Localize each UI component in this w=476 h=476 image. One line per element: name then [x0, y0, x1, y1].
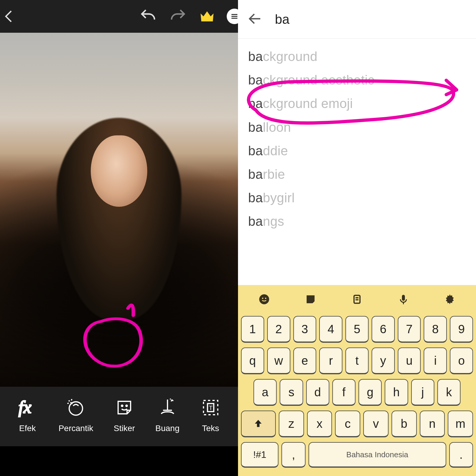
- key-period[interactable]: .: [449, 442, 473, 468]
- keyboard-row-bottom: !#1 , Bahasa Indonesia .: [241, 442, 473, 468]
- tool-efek[interactable]: fx Efek: [17, 397, 38, 433]
- key-o[interactable]: o: [450, 347, 473, 374]
- tool-buang[interactable]: Buang: [155, 397, 179, 433]
- premium-crown-icon[interactable]: [198, 7, 216, 25]
- tool-label: Stiker: [114, 424, 135, 433]
- tool-label: Efek: [19, 424, 36, 433]
- key-c[interactable]: c: [335, 411, 360, 437]
- tool-label: Teks: [202, 424, 219, 433]
- svg-point-11: [262, 298, 263, 299]
- key-x[interactable]: x: [307, 411, 332, 437]
- key-z[interactable]: z: [279, 411, 304, 437]
- kb-emoji-icon[interactable]: [258, 293, 270, 306]
- key-comma[interactable]: ,: [281, 442, 305, 468]
- editor-topbar: [0, 0, 238, 33]
- key-b[interactable]: b: [392, 411, 417, 437]
- key-k[interactable]: k: [437, 379, 461, 406]
- onscreen-keyboard: 1 2 3 4 5 6 7 8 9 q w e r t y u i o a s …: [238, 285, 476, 476]
- redo-icon[interactable]: [168, 7, 187, 26]
- key-symbols[interactable]: !#1: [241, 442, 278, 468]
- svg-point-12: [265, 298, 266, 299]
- svg-point-6: [126, 405, 127, 407]
- undo-icon[interactable]: [139, 7, 158, 26]
- editor-canvas[interactable]: [0, 33, 238, 387]
- key-j[interactable]: j: [411, 379, 434, 406]
- svg-text:T: T: [209, 404, 213, 411]
- key-7[interactable]: 7: [398, 316, 421, 343]
- kb-mic-icon[interactable]: [397, 293, 409, 306]
- svg-text:fx: fx: [18, 397, 32, 417]
- key-w[interactable]: w: [267, 347, 290, 374]
- key-a[interactable]: a: [253, 379, 277, 406]
- search-panel: ba background background aesthetic backg…: [238, 0, 476, 476]
- key-u[interactable]: u: [398, 347, 421, 374]
- key-h[interactable]: h: [385, 379, 408, 406]
- keyboard-row-qwerty2: a s d f g h j k: [241, 379, 473, 406]
- key-f[interactable]: f: [332, 379, 356, 406]
- kb-sticker-icon[interactable]: [305, 293, 317, 306]
- key-y[interactable]: y: [372, 347, 395, 374]
- suggestion-item[interactable]: background: [248, 45, 466, 68]
- kb-clipboard-icon[interactable]: [351, 293, 363, 306]
- back-icon[interactable]: [1, 8, 17, 24]
- key-i[interactable]: i: [424, 347, 447, 374]
- tool-teks[interactable]: T Teks: [200, 397, 221, 433]
- key-9[interactable]: 9: [450, 316, 473, 343]
- svg-rect-16: [402, 295, 405, 301]
- svg-point-5: [121, 405, 123, 407]
- key-1[interactable]: 1: [241, 316, 264, 343]
- suggestion-item[interactable]: background emoji: [248, 92, 466, 115]
- keyboard-row-numbers: 1 2 3 4 5 6 7 8 9: [241, 316, 473, 343]
- tool-label: Buang: [155, 424, 179, 433]
- svg-point-10: [259, 294, 269, 304]
- search-suggestions: background background aesthetic backgrou…: [238, 39, 476, 285]
- key-s[interactable]: s: [280, 379, 303, 406]
- editor-bottom-toolbar: fx Efek Percantik Stiker Buang T: [0, 387, 238, 446]
- key-3[interactable]: 3: [293, 316, 317, 343]
- photo-editor-panel: fx Efek Percantik Stiker Buang T: [0, 0, 238, 476]
- suggestion-item[interactable]: bangs: [248, 209, 466, 233]
- key-4[interactable]: 4: [319, 316, 342, 343]
- key-d[interactable]: d: [306, 379, 329, 406]
- tool-stiker[interactable]: Stiker: [114, 397, 135, 433]
- tool-label: Percantik: [59, 424, 93, 433]
- suggestion-item[interactable]: baddie: [248, 139, 466, 162]
- suggestion-item[interactable]: balloon: [248, 115, 466, 139]
- tool-percantik[interactable]: Percantik: [59, 397, 93, 433]
- search-input[interactable]: ba: [275, 12, 289, 27]
- key-v[interactable]: v: [363, 411, 389, 437]
- key-e[interactable]: e: [293, 347, 317, 374]
- key-n[interactable]: n: [420, 411, 445, 437]
- key-shift[interactable]: [241, 411, 276, 437]
- keyboard-row-qwerty1: q w e r t y u i o: [241, 347, 473, 374]
- key-r[interactable]: r: [319, 347, 342, 374]
- key-2[interactable]: 2: [267, 316, 290, 343]
- key-6[interactable]: 6: [372, 316, 395, 343]
- key-g[interactable]: g: [358, 379, 382, 406]
- key-5[interactable]: 5: [345, 316, 369, 343]
- search-header: ba: [238, 0, 476, 39]
- key-m[interactable]: m: [448, 411, 473, 437]
- key-t[interactable]: t: [345, 347, 369, 374]
- key-space[interactable]: Bahasa Indonesia: [309, 442, 446, 468]
- svg-point-4: [69, 402, 83, 415]
- key-q[interactable]: q: [241, 347, 264, 374]
- suggestion-item[interactable]: babygirl: [248, 186, 466, 209]
- suggestion-item[interactable]: background aesthetic: [248, 68, 466, 92]
- suggestion-item[interactable]: barbie: [248, 162, 466, 186]
- key-8[interactable]: 8: [424, 316, 447, 343]
- keyboard-row-qwerty3: z x c v b n m: [241, 411, 473, 437]
- keyboard-toolbar: [241, 290, 473, 309]
- kb-settings-icon[interactable]: [444, 293, 456, 306]
- back-arrow-icon[interactable]: [247, 11, 263, 28]
- editor-bottom-blackbar: [0, 446, 238, 476]
